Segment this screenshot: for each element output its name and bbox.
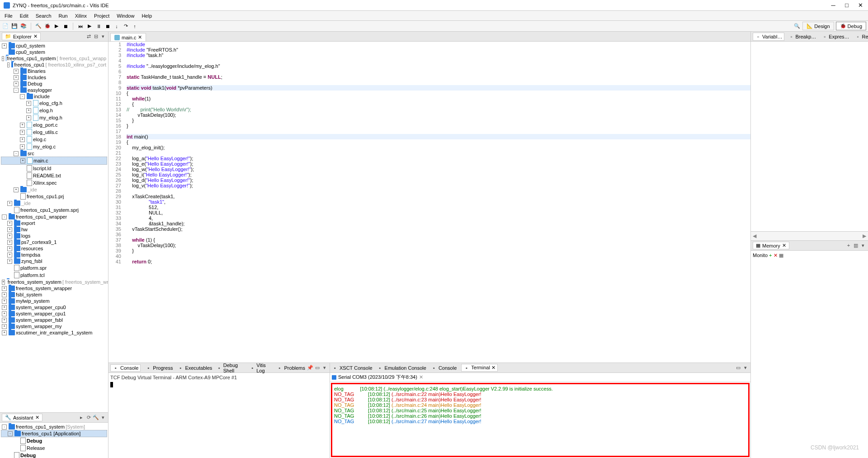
tree-item[interactable]: + export (1, 220, 107, 226)
explorer-collapse-icon[interactable]: ⊟ (93, 33, 99, 39)
expander-icon[interactable]: + (7, 246, 12, 251)
tree-item[interactable]: + my_elog.c (1, 143, 107, 150)
maximize-button[interactable]: □ (843, 2, 851, 9)
memory-tab[interactable]: ▦ Memory ✕ (753, 242, 789, 249)
editor-tab-main[interactable]: main.c ✕ (110, 33, 146, 41)
expander-icon[interactable]: + (14, 187, 19, 192)
save-all-button[interactable]: 📚 (20, 23, 27, 30)
expander-icon[interactable] (7, 208, 12, 213)
code-line[interactable]: #include (127, 42, 750, 47)
console-tab-console[interactable]: ▪Console (110, 364, 141, 372)
expander-icon[interactable]: + (14, 75, 19, 80)
expander-icon[interactable] (14, 194, 19, 199)
tree-item[interactable]: + system_wrapper_my (1, 323, 107, 329)
code-line[interactable] (127, 80, 750, 85)
new-button[interactable]: 📄 (2, 23, 9, 30)
tree-item[interactable]: + _ide (1, 200, 107, 206)
code-line[interactable]: #include "../easylogger/include/my_elog.… (127, 63, 750, 69)
tree-item[interactable]: + fsbl_system (1, 291, 107, 298)
code-line[interactable]: NULL, (127, 210, 750, 215)
menu-window[interactable]: Window (114, 12, 137, 19)
expander-icon[interactable]: + (2, 292, 7, 297)
right-tab-2[interactable]: ▫Expres… (820, 33, 851, 40)
tree-item[interactable]: - include (1, 93, 107, 100)
terminal-output[interactable]: elog [10:08:12] (../easylogger/elog.c:24… (331, 383, 750, 457)
expander-icon[interactable] (7, 453, 12, 458)
terminal-icon1[interactable]: ▭ (735, 365, 741, 371)
expander-icon[interactable]: + (7, 234, 12, 239)
terminal-tab-console[interactable]: ▪Console (431, 365, 457, 371)
expander-icon[interactable]: + (7, 240, 12, 245)
tree-item[interactable]: + system_wrapper_cpu0 (1, 304, 107, 310)
tree-item[interactable]: Debug (1, 437, 107, 444)
tree-item[interactable]: + hw (1, 226, 107, 233)
tree-item[interactable]: + elog_cfg.h (1, 100, 107, 107)
code-line[interactable]: { (127, 101, 750, 107)
tree-item[interactable]: + freertos_system_wrapper (1, 285, 107, 291)
skip-button[interactable]: ⏭ (77, 23, 84, 30)
code-line[interactable]: log_v("Hello EasyLogger!"); (127, 183, 750, 188)
expander-icon[interactable]: - (14, 88, 19, 93)
code-line[interactable]: log_w("Hello EasyLogger!"); (127, 167, 750, 172)
expander-icon[interactable] (20, 166, 25, 171)
expander-icon[interactable] (7, 273, 12, 278)
explorer-tree[interactable]: + cpu0_system cpu0_system- freertos_cpu1… (0, 42, 108, 412)
tree-item[interactable]: - freertos_cpu1_system [System] (1, 424, 107, 430)
terminal-icon2[interactable]: ▾ (742, 365, 749, 371)
expander-icon[interactable]: + (2, 330, 7, 335)
debug-button[interactable]: 🐞 (44, 23, 51, 30)
resume-button[interactable]: ▶ (86, 23, 93, 30)
code-line[interactable] (127, 150, 750, 156)
tree-item[interactable]: - src (1, 150, 107, 157)
menu-edit[interactable]: Edit (17, 12, 31, 19)
tree-item[interactable]: + ps7_cortexa9_1 (1, 239, 107, 245)
explorer-tab[interactable]: 📁 Explorer ✕ (2, 33, 41, 40)
terminate-button[interactable]: ⏹ (104, 23, 111, 30)
expander-icon[interactable]: + (26, 115, 31, 120)
expander-icon[interactable]: + (26, 108, 31, 113)
mem-new-icon[interactable]: + (845, 243, 852, 248)
expander-icon[interactable]: + (2, 311, 7, 316)
code-line[interactable]: vTaskDelay(100); (127, 243, 750, 248)
tree-item[interactable]: Debug (1, 452, 107, 458)
code-line[interactable]: log_i("Hello EasyLogger!"); (127, 172, 750, 177)
tree-item[interactable]: + system_wrapper_fsbl (1, 317, 107, 323)
expander-icon[interactable]: - (2, 215, 7, 219)
expander-icon[interactable]: + (2, 280, 5, 285)
tree-item[interactable]: + _ide (1, 186, 107, 193)
mem-menu-icon[interactable]: ▾ (860, 243, 866, 248)
expander-icon[interactable]: + (2, 324, 7, 329)
code-line[interactable]: &task1_handle); (127, 221, 750, 226)
expander-icon[interactable]: + (14, 81, 19, 86)
tree-item[interactable]: + logs (1, 233, 107, 239)
tree-item[interactable]: + system_wrapper_cpu1 (1, 310, 107, 317)
terminal-tab-xsct-console[interactable]: ▪XSCT Console (332, 365, 373, 371)
tree-item[interactable]: + resources (1, 245, 107, 252)
tree-item[interactable]: + elog_utils.c (1, 129, 107, 136)
tree-item[interactable]: cpu0_system (1, 49, 107, 55)
tree-item[interactable]: - freertos_cpu1 [ freertos10_xilinx_ps7_… (1, 62, 107, 68)
monitor-remove-icon[interactable]: ✕ (774, 253, 778, 258)
tree-item[interactable]: + Debug (1, 81, 107, 87)
expander-icon[interactable] (2, 50, 7, 55)
expander-icon[interactable]: + (20, 130, 25, 135)
expander-icon[interactable]: + (2, 286, 7, 291)
step-over-button[interactable]: ↷ (122, 23, 129, 30)
monitor-add-icon[interactable]: + (769, 253, 772, 258)
code-line[interactable]: return 0; (127, 259, 750, 264)
tree-item[interactable]: + main.c (1, 157, 107, 165)
tree-item[interactable]: freertos_cpu1_system.sprj (1, 206, 107, 214)
monitor-toggle-icon[interactable]: ▦ (779, 253, 783, 258)
expander-icon[interactable]: - (2, 425, 7, 429)
run-button[interactable]: ▶ (53, 23, 60, 30)
code-line[interactable]: #include "FreeRTOS.h" (127, 47, 750, 52)
menu-search[interactable]: Search (33, 12, 54, 19)
build-button[interactable]: 🔨 (35, 23, 42, 30)
tree-item[interactable]: + zynq_fsbl (1, 258, 107, 264)
menu-help[interactable]: Help (139, 12, 155, 19)
pause-button[interactable]: ⏸ (95, 23, 102, 30)
tree-item[interactable]: + elog.h (1, 107, 107, 114)
code-line[interactable]: vTaskStartScheduler(); (127, 226, 750, 232)
expander-icon[interactable]: + (2, 318, 7, 323)
code-line[interactable] (127, 232, 750, 237)
